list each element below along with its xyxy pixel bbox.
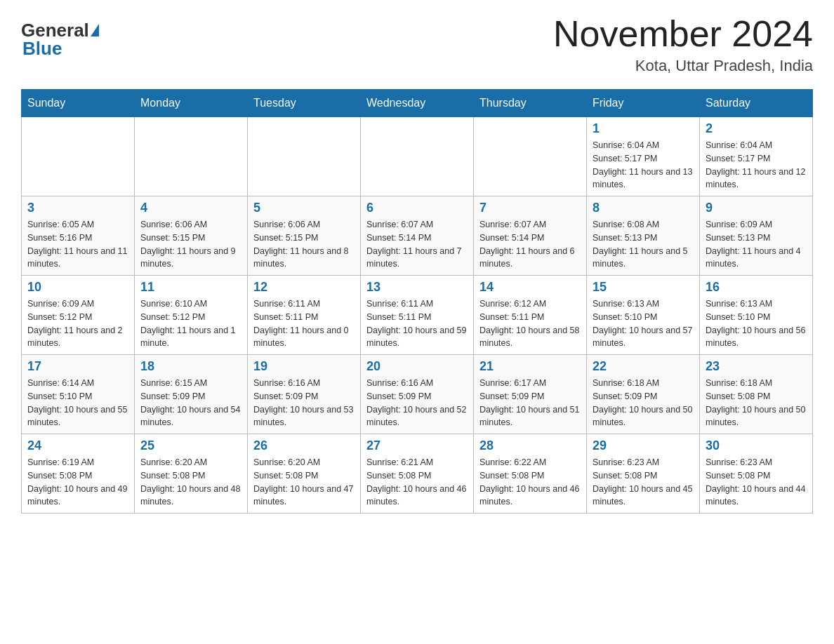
month-title: November 2024 <box>553 14 813 54</box>
day-info: Sunrise: 6:20 AM Sunset: 5:08 PM Dayligh… <box>140 456 241 509</box>
calendar-cell: 11Sunrise: 6:10 AM Sunset: 5:12 PM Dayli… <box>135 276 248 355</box>
calendar-cell: 24Sunrise: 6:19 AM Sunset: 5:08 PM Dayli… <box>22 434 135 514</box>
calendar-header-sunday: Sunday <box>22 90 135 117</box>
day-number: 26 <box>253 438 355 453</box>
calendar-header-row: SundayMondayTuesdayWednesdayThursdayFrid… <box>22 90 813 117</box>
calendar-cell: 12Sunrise: 6:11 AM Sunset: 5:11 PM Dayli… <box>248 276 361 355</box>
day-info: Sunrise: 6:15 AM Sunset: 5:09 PM Dayligh… <box>140 377 241 429</box>
day-number: 2 <box>706 121 807 136</box>
calendar-header-friday: Friday <box>587 90 700 117</box>
calendar-cell: 27Sunrise: 6:21 AM Sunset: 5:08 PM Dayli… <box>361 434 474 514</box>
day-info: Sunrise: 6:23 AM Sunset: 5:08 PM Dayligh… <box>593 456 694 509</box>
calendar-cell: 4Sunrise: 6:06 AM Sunset: 5:15 PM Daylig… <box>135 196 248 276</box>
day-number: 11 <box>140 280 241 295</box>
calendar-week-row: 1Sunrise: 6:04 AM Sunset: 5:17 PM Daylig… <box>22 117 813 196</box>
calendar-cell: 18Sunrise: 6:15 AM Sunset: 5:09 PM Dayli… <box>135 355 248 434</box>
day-number: 19 <box>253 359 355 374</box>
day-info: Sunrise: 6:05 AM Sunset: 5:16 PM Dayligh… <box>27 218 128 271</box>
day-info: Sunrise: 6:23 AM Sunset: 5:08 PM Dayligh… <box>706 456 807 509</box>
day-info: Sunrise: 6:18 AM Sunset: 5:08 PM Dayligh… <box>706 377 807 429</box>
day-number: 20 <box>366 359 468 374</box>
logo-triangle-icon <box>91 24 99 36</box>
page-header: General Blue November 2024 Kota, Uttar P… <box>21 14 813 75</box>
day-info: Sunrise: 6:08 AM Sunset: 5:13 PM Dayligh… <box>593 218 694 271</box>
day-number: 30 <box>706 438 807 453</box>
calendar-cell: 16Sunrise: 6:13 AM Sunset: 5:10 PM Dayli… <box>700 276 813 355</box>
calendar-cell: 20Sunrise: 6:16 AM Sunset: 5:09 PM Dayli… <box>361 355 474 434</box>
calendar-cell: 22Sunrise: 6:18 AM Sunset: 5:09 PM Dayli… <box>587 355 700 434</box>
day-number: 15 <box>593 280 694 295</box>
day-info: Sunrise: 6:09 AM Sunset: 5:13 PM Dayligh… <box>706 218 807 271</box>
calendar-week-row: 10Sunrise: 6:09 AM Sunset: 5:12 PM Dayli… <box>22 276 813 355</box>
logo-general-text: General <box>21 21 89 39</box>
day-info: Sunrise: 6:21 AM Sunset: 5:08 PM Dayligh… <box>366 456 468 509</box>
day-info: Sunrise: 6:11 AM Sunset: 5:11 PM Dayligh… <box>253 297 355 350</box>
calendar-cell: 26Sunrise: 6:20 AM Sunset: 5:08 PM Dayli… <box>248 434 361 514</box>
calendar-cell: 19Sunrise: 6:16 AM Sunset: 5:09 PM Dayli… <box>248 355 361 434</box>
day-info: Sunrise: 6:16 AM Sunset: 5:09 PM Dayligh… <box>253 377 355 429</box>
day-number: 23 <box>706 359 807 374</box>
day-info: Sunrise: 6:17 AM Sunset: 5:09 PM Dayligh… <box>479 377 581 429</box>
calendar-header-saturday: Saturday <box>700 90 813 117</box>
location-text: Kota, Uttar Pradesh, India <box>553 57 813 75</box>
day-info: Sunrise: 6:07 AM Sunset: 5:14 PM Dayligh… <box>366 218 468 271</box>
calendar-cell: 14Sunrise: 6:12 AM Sunset: 5:11 PM Dayli… <box>474 276 587 355</box>
day-info: Sunrise: 6:16 AM Sunset: 5:09 PM Dayligh… <box>366 377 468 429</box>
day-info: Sunrise: 6:19 AM Sunset: 5:08 PM Dayligh… <box>27 456 128 509</box>
calendar-cell <box>361 117 474 196</box>
day-number: 22 <box>593 359 694 374</box>
calendar-cell <box>22 117 135 196</box>
day-info: Sunrise: 6:12 AM Sunset: 5:11 PM Dayligh… <box>479 297 581 350</box>
day-info: Sunrise: 6:04 AM Sunset: 5:17 PM Dayligh… <box>593 139 694 192</box>
day-number: 14 <box>479 280 581 295</box>
calendar-cell: 5Sunrise: 6:06 AM Sunset: 5:15 PM Daylig… <box>248 196 361 276</box>
day-number: 25 <box>140 438 241 453</box>
calendar-week-row: 17Sunrise: 6:14 AM Sunset: 5:10 PM Dayli… <box>22 355 813 434</box>
day-number: 24 <box>27 438 128 453</box>
day-info: Sunrise: 6:07 AM Sunset: 5:14 PM Dayligh… <box>479 218 581 271</box>
calendar-week-row: 24Sunrise: 6:19 AM Sunset: 5:08 PM Dayli… <box>22 434 813 514</box>
day-info: Sunrise: 6:06 AM Sunset: 5:15 PM Dayligh… <box>253 218 355 271</box>
calendar-cell: 28Sunrise: 6:22 AM Sunset: 5:08 PM Dayli… <box>474 434 587 514</box>
day-number: 7 <box>479 201 581 215</box>
day-number: 21 <box>479 359 581 374</box>
day-number: 17 <box>27 359 128 374</box>
logo-blue-text: Blue <box>21 38 62 60</box>
calendar-table: SundayMondayTuesdayWednesdayThursdayFrid… <box>21 89 813 514</box>
day-number: 9 <box>706 201 807 215</box>
calendar-header-thursday: Thursday <box>474 90 587 117</box>
day-info: Sunrise: 6:13 AM Sunset: 5:10 PM Dayligh… <box>706 297 807 350</box>
calendar-header-wednesday: Wednesday <box>361 90 474 117</box>
day-info: Sunrise: 6:13 AM Sunset: 5:10 PM Dayligh… <box>593 297 694 350</box>
logo: General Blue <box>21 21 100 60</box>
calendar-cell: 3Sunrise: 6:05 AM Sunset: 5:16 PM Daylig… <box>22 196 135 276</box>
day-info: Sunrise: 6:18 AM Sunset: 5:09 PM Dayligh… <box>593 377 694 429</box>
day-number: 3 <box>27 201 128 215</box>
day-info: Sunrise: 6:20 AM Sunset: 5:08 PM Dayligh… <box>253 456 355 509</box>
day-info: Sunrise: 6:04 AM Sunset: 5:17 PM Dayligh… <box>706 139 807 192</box>
day-number: 6 <box>366 201 468 215</box>
calendar-week-row: 3Sunrise: 6:05 AM Sunset: 5:16 PM Daylig… <box>22 196 813 276</box>
day-number: 5 <box>253 201 355 215</box>
day-number: 18 <box>140 359 241 374</box>
calendar-cell: 6Sunrise: 6:07 AM Sunset: 5:14 PM Daylig… <box>361 196 474 276</box>
day-info: Sunrise: 6:14 AM Sunset: 5:10 PM Dayligh… <box>27 377 128 429</box>
day-number: 8 <box>593 201 694 215</box>
day-number: 4 <box>140 201 241 215</box>
day-info: Sunrise: 6:10 AM Sunset: 5:12 PM Dayligh… <box>140 297 241 350</box>
calendar-cell: 1Sunrise: 6:04 AM Sunset: 5:17 PM Daylig… <box>587 117 700 196</box>
title-section: November 2024 Kota, Uttar Pradesh, India <box>553 14 813 75</box>
calendar-cell: 15Sunrise: 6:13 AM Sunset: 5:10 PM Dayli… <box>587 276 700 355</box>
day-number: 29 <box>593 438 694 453</box>
calendar-cell: 10Sunrise: 6:09 AM Sunset: 5:12 PM Dayli… <box>22 276 135 355</box>
calendar-cell: 2Sunrise: 6:04 AM Sunset: 5:17 PM Daylig… <box>700 117 813 196</box>
calendar-header-tuesday: Tuesday <box>248 90 361 117</box>
calendar-cell: 25Sunrise: 6:20 AM Sunset: 5:08 PM Dayli… <box>135 434 248 514</box>
calendar-cell <box>135 117 248 196</box>
calendar-cell <box>474 117 587 196</box>
calendar-cell <box>248 117 361 196</box>
day-info: Sunrise: 6:09 AM Sunset: 5:12 PM Dayligh… <box>27 297 128 350</box>
day-number: 10 <box>27 280 128 295</box>
calendar-cell: 21Sunrise: 6:17 AM Sunset: 5:09 PM Dayli… <box>474 355 587 434</box>
day-number: 27 <box>366 438 468 453</box>
